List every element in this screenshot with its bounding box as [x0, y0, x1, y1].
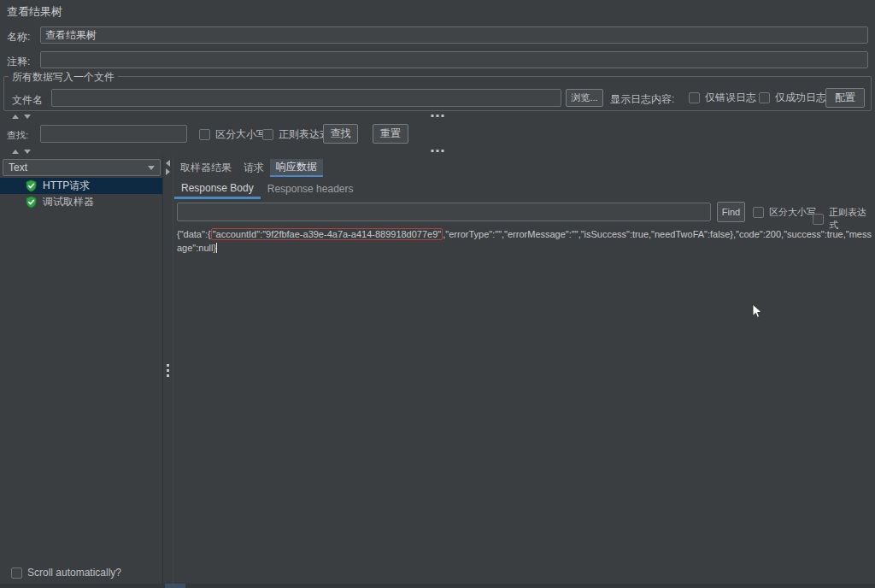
checkbox-box: [759, 92, 770, 103]
view-mode-dropdown-value: Text: [9, 162, 148, 173]
tab-response-data[interactable]: 响应数据: [270, 159, 323, 177]
splitter-collapse-left-icon[interactable]: [166, 160, 170, 167]
find-case-sensitive-label: 区分大小写: [769, 206, 816, 219]
splitter-collapse-up-icon[interactable]: [12, 150, 19, 154]
name-input[interactable]: 查看结果树: [40, 26, 868, 44]
checkbox-box: [199, 129, 210, 140]
tab-sampler-result[interactable]: 取样器结果: [174, 159, 238, 177]
response-search-highlight: "accountId":"9f2fbfae-a39e-4a7a-a414-889…: [211, 228, 443, 240]
checkbox-box: [11, 567, 22, 579]
log-display-label: 显示日志内容:: [610, 92, 674, 107]
mouse-cursor-icon: [749, 303, 765, 319]
tab-request[interactable]: 请求: [238, 159, 270, 177]
tree-item-debug-sampler[interactable]: 调试取样器: [0, 194, 162, 210]
search-button[interactable]: 查找: [323, 124, 358, 144]
response-body-text[interactable]: {"data":{"accountId":"9f2fbfae-a39e-4a7a…: [177, 227, 872, 255]
splitter-grip-icon: [432, 115, 444, 117]
horizontal-scrollbar[interactable]: [0, 584, 875, 588]
checkbox-box: [753, 207, 764, 218]
find-button[interactable]: Find: [717, 202, 745, 222]
vertical-splitter[interactable]: [163, 156, 173, 584]
successes-only-checkbox-label: 仅成功日志: [775, 91, 826, 105]
regex-checkbox-label: 正则表达式: [279, 127, 330, 142]
name-label: 名称:: [7, 30, 30, 44]
checkbox-box: [262, 129, 273, 140]
scroll-automatically-label: Scroll automatically?: [27, 567, 121, 579]
write-results-group-title: 所有数据写入一个文件: [9, 70, 118, 85]
chevron-down-icon: [148, 166, 155, 170]
tree-item-http-request[interactable]: HTTP请求: [0, 178, 162, 194]
response-subtabs: Response Body Response headers: [174, 179, 360, 199]
horizontal-splitter-top[interactable]: [0, 112, 875, 121]
splitter-collapse-down-icon[interactable]: [24, 150, 31, 154]
text-caret: [216, 243, 217, 253]
subtab-response-headers[interactable]: Response headers: [261, 179, 361, 199]
success-shield-icon: [25, 196, 38, 209]
page-title: 查看结果树: [7, 4, 62, 20]
comments-label: 注释:: [7, 55, 30, 69]
horizontal-splitter-main[interactable]: [0, 147, 875, 156]
reset-button[interactable]: 重置: [373, 124, 408, 144]
tree-item-label: 调试取样器: [43, 195, 94, 209]
name-input-value: 查看结果树: [45, 29, 97, 41]
scrollbar-thumb[interactable]: [165, 584, 185, 588]
splitter-collapse-right-icon[interactable]: [166, 168, 170, 175]
result-tabs: 取样器结果 请求 响应数据: [174, 159, 323, 177]
configure-button[interactable]: 配置: [825, 88, 865, 108]
find-input[interactable]: [177, 203, 711, 221]
tree-item-label: HTTP请求: [43, 179, 90, 193]
search-input[interactable]: [40, 125, 187, 143]
right-panel-border: [173, 156, 173, 584]
successes-only-checkbox[interactable]: 仅成功日志: [759, 91, 826, 105]
scroll-automatically-checkbox[interactable]: Scroll automatically?: [11, 567, 121, 579]
success-shield-icon: [25, 179, 38, 192]
splitter-grip-icon: [432, 150, 444, 152]
regex-checkbox[interactable]: 正则表达式: [262, 127, 330, 142]
errors-only-checkbox[interactable]: 仅错误日志: [689, 91, 756, 105]
response-json-part1: {"data":{: [177, 229, 211, 239]
find-case-sensitive-checkbox[interactable]: 区分大小写: [753, 206, 816, 219]
splitter-collapse-down-icon[interactable]: [24, 115, 31, 119]
errors-only-checkbox-label: 仅错误日志: [705, 91, 756, 105]
subtab-response-body[interactable]: Response Body: [174, 179, 261, 199]
search-label: 查找:: [7, 129, 28, 142]
case-sensitive-checkbox-label: 区分大小写: [215, 127, 267, 142]
filename-label: 文件名: [12, 93, 43, 108]
checkbox-box: [813, 214, 824, 225]
splitter-grip-icon: [167, 364, 169, 377]
filename-input[interactable]: [51, 89, 561, 107]
case-sensitive-checkbox[interactable]: 区分大小写: [199, 127, 267, 142]
view-results-tree-window: 查看结果树 名称: 查看结果树 注释: 所有数据写入一个文件 文件名 浏览...…: [0, 0, 875, 588]
splitter-collapse-up-icon[interactable]: [12, 115, 19, 119]
view-mode-dropdown[interactable]: Text: [3, 159, 161, 176]
checkbox-box: [689, 92, 700, 103]
response-json-line2: null}: [198, 243, 216, 253]
comments-input[interactable]: [40, 51, 868, 68]
browse-button[interactable]: 浏览...: [566, 89, 603, 107]
